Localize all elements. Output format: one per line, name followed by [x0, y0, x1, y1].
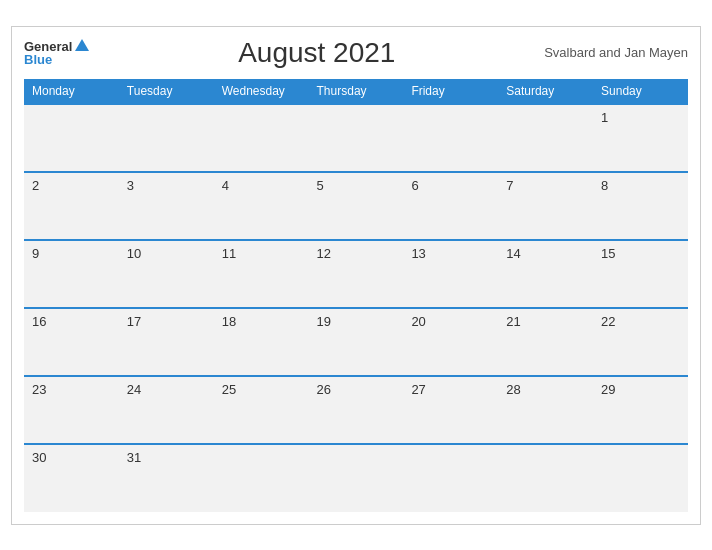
day-number: 1	[601, 110, 608, 125]
weekday-header-monday: Monday	[24, 79, 119, 104]
calendar-cell: 22	[593, 308, 688, 376]
calendar-container: General Blue August 2021 Svalbard and Ja…	[11, 26, 701, 525]
weekday-header-wednesday: Wednesday	[214, 79, 309, 104]
week-row-1: 2345678	[24, 172, 688, 240]
calendar-cell: 26	[309, 376, 404, 444]
calendar-cell: 9	[24, 240, 119, 308]
calendar-cell: 29	[593, 376, 688, 444]
day-number: 22	[601, 314, 615, 329]
day-number: 18	[222, 314, 236, 329]
calendar-cell	[214, 104, 309, 172]
day-number: 27	[411, 382, 425, 397]
day-number: 10	[127, 246, 141, 261]
calendar-cell	[309, 104, 404, 172]
day-number: 14	[506, 246, 520, 261]
calendar-cell: 11	[214, 240, 309, 308]
calendar-cell: 15	[593, 240, 688, 308]
calendar-cell: 18	[214, 308, 309, 376]
calendar-cell: 25	[214, 376, 309, 444]
week-row-0: 1	[24, 104, 688, 172]
calendar-cell: 6	[403, 172, 498, 240]
day-number: 29	[601, 382, 615, 397]
weekday-header-tuesday: Tuesday	[119, 79, 214, 104]
day-number: 6	[411, 178, 418, 193]
day-number: 2	[32, 178, 39, 193]
day-number: 11	[222, 246, 236, 261]
calendar-cell: 17	[119, 308, 214, 376]
calendar-cell: 12	[309, 240, 404, 308]
day-number: 28	[506, 382, 520, 397]
calendar-cell	[119, 104, 214, 172]
calendar-cell: 7	[498, 172, 593, 240]
calendar-cell: 16	[24, 308, 119, 376]
week-row-3: 16171819202122	[24, 308, 688, 376]
day-number: 20	[411, 314, 425, 329]
day-number: 30	[32, 450, 46, 465]
calendar-cell: 19	[309, 308, 404, 376]
logo-triangle-icon	[75, 39, 89, 51]
day-number: 24	[127, 382, 141, 397]
week-row-4: 23242526272829	[24, 376, 688, 444]
weekday-header-thursday: Thursday	[309, 79, 404, 104]
day-number: 8	[601, 178, 608, 193]
day-number: 19	[317, 314, 331, 329]
day-number: 26	[317, 382, 331, 397]
day-number: 5	[317, 178, 324, 193]
calendar-cell: 8	[593, 172, 688, 240]
calendar-cell: 4	[214, 172, 309, 240]
calendar-cell: 10	[119, 240, 214, 308]
calendar-cell	[309, 444, 404, 512]
day-number: 31	[127, 450, 141, 465]
day-number: 25	[222, 382, 236, 397]
weekday-header-friday: Friday	[403, 79, 498, 104]
calendar-cell	[593, 444, 688, 512]
day-number: 12	[317, 246, 331, 261]
weekday-header-sunday: Sunday	[593, 79, 688, 104]
calendar-cell	[403, 104, 498, 172]
week-row-5: 3031	[24, 444, 688, 512]
logo-general-text: General	[24, 40, 72, 53]
calendar-cell: 31	[119, 444, 214, 512]
logo: General Blue	[24, 39, 89, 66]
calendar-cell: 5	[309, 172, 404, 240]
day-number: 4	[222, 178, 229, 193]
calendar-cell	[214, 444, 309, 512]
day-number: 16	[32, 314, 46, 329]
calendar-cell: 20	[403, 308, 498, 376]
region-label: Svalbard and Jan Mayen	[544, 45, 688, 60]
day-number: 3	[127, 178, 134, 193]
calendar-cell: 28	[498, 376, 593, 444]
calendar-cell: 23	[24, 376, 119, 444]
calendar-cell: 24	[119, 376, 214, 444]
calendar-title: August 2021	[89, 37, 544, 69]
calendar-cell	[498, 104, 593, 172]
calendar-weekday-header: MondayTuesdayWednesdayThursdayFridaySatu…	[24, 79, 688, 104]
calendar-body: 1234567891011121314151617181920212223242…	[24, 104, 688, 512]
calendar-cell: 21	[498, 308, 593, 376]
day-number: 23	[32, 382, 46, 397]
day-number: 7	[506, 178, 513, 193]
weekday-header-saturday: Saturday	[498, 79, 593, 104]
calendar-header: General Blue August 2021 Svalbard and Ja…	[24, 37, 688, 69]
calendar-cell	[498, 444, 593, 512]
calendar-grid: MondayTuesdayWednesdayThursdayFridaySatu…	[24, 79, 688, 512]
calendar-cell: 13	[403, 240, 498, 308]
day-number: 21	[506, 314, 520, 329]
day-number: 17	[127, 314, 141, 329]
calendar-cell: 27	[403, 376, 498, 444]
calendar-cell	[24, 104, 119, 172]
day-number: 13	[411, 246, 425, 261]
weekday-row: MondayTuesdayWednesdayThursdayFridaySatu…	[24, 79, 688, 104]
week-row-2: 9101112131415	[24, 240, 688, 308]
day-number: 15	[601, 246, 615, 261]
day-number: 9	[32, 246, 39, 261]
logo-blue-text: Blue	[24, 53, 52, 66]
calendar-cell	[403, 444, 498, 512]
calendar-cell: 3	[119, 172, 214, 240]
calendar-cell: 2	[24, 172, 119, 240]
calendar-cell: 14	[498, 240, 593, 308]
calendar-cell: 30	[24, 444, 119, 512]
calendar-cell: 1	[593, 104, 688, 172]
